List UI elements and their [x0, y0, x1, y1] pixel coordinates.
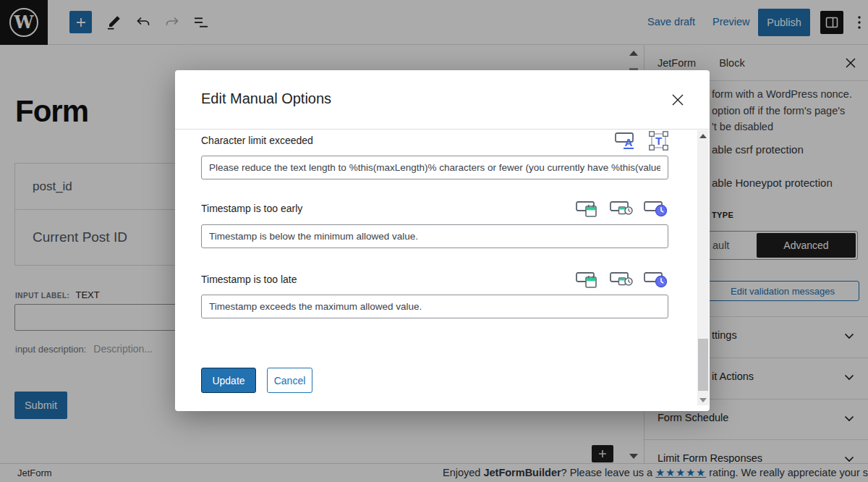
svg-text:A: A [625, 136, 633, 148]
date-field-macro-icon[interactable] [576, 271, 600, 291]
time-field-macro-icon[interactable] [644, 200, 668, 220]
modal-title: Edit Manual Options [201, 90, 331, 107]
screen: W Save draft Preview Publish [0, 0, 868, 482]
cancel-button[interactable]: Cancel [267, 368, 312, 393]
validation-message-label: Timestamp is too late [201, 274, 297, 285]
macro-icon-group [576, 200, 668, 220]
modal-body: Character limit exceeded A T Tim [175, 129, 710, 411]
validation-message-input[interactable] [201, 295, 668, 318]
validation-message-label: Character limit exceeded [201, 135, 313, 146]
svg-text:T: T [655, 135, 662, 147]
validation-message-label: Timestamp is too early [201, 203, 302, 214]
update-button[interactable]: Update [201, 368, 256, 393]
macro-icon-group [576, 271, 668, 291]
time-field-macro-icon[interactable] [644, 271, 668, 291]
modal-scrollbar[interactable] [697, 130, 709, 405]
scrollbar-down-arrow-icon[interactable] [699, 398, 707, 402]
date-field-macro-icon[interactable] [576, 200, 600, 220]
edit-manual-options-modal: Edit Manual Options Character limit exce… [175, 70, 710, 411]
scrollbar-up-arrow-icon[interactable] [699, 134, 707, 138]
datetime-field-macro-icon[interactable] [610, 200, 634, 220]
validation-message-input[interactable] [201, 224, 668, 248]
field-name-macro-icon[interactable]: A [615, 131, 639, 151]
text-selection-macro-icon[interactable]: T [649, 131, 668, 151]
datetime-field-macro-icon[interactable] [610, 271, 634, 291]
validation-message-input[interactable] [201, 156, 668, 179]
scrollbar-thumb[interactable] [698, 339, 708, 391]
macro-icon-group: A T [615, 131, 668, 151]
modal-close-button[interactable] [669, 91, 686, 109]
